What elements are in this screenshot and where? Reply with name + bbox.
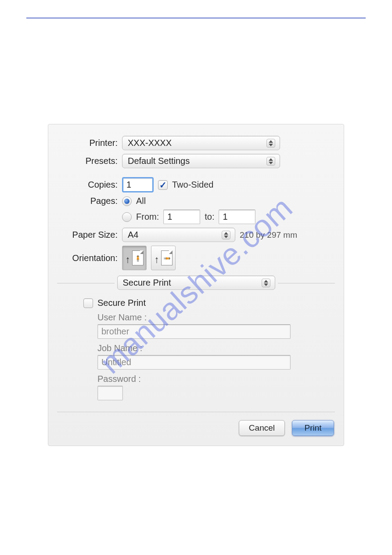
options-pane-select[interactable]: Secure Print <box>117 276 275 290</box>
orientation-landscape-button[interactable]: ↑ 🧍 <box>151 246 176 270</box>
select-stepper-icon <box>266 157 275 166</box>
options-pane-value: Secure Print <box>123 278 171 288</box>
page-portrait-icon: 🧍 <box>132 250 144 265</box>
pages-label: Pages: <box>57 196 122 206</box>
footer-separator <box>57 412 335 412</box>
select-stepper-icon <box>266 139 275 148</box>
select-stepper-icon <box>262 279 270 287</box>
pages-all-label: All <box>136 196 146 206</box>
print-dialog: manualshive.com Printer: XXX-XXXX Preset… <box>48 124 344 446</box>
pages-all-radio[interactable] <box>122 196 132 206</box>
arrow-up-icon: ↑ <box>155 254 159 265</box>
pages-to-input[interactable] <box>219 210 255 224</box>
pages-from-input[interactable] <box>163 210 200 224</box>
cancel-button[interactable]: Cancel <box>239 420 285 436</box>
printer-select[interactable]: XXX-XXXX <box>122 136 280 150</box>
secure-print-checkbox-label: Secure Print <box>97 298 146 308</box>
pages-to-label: to: <box>205 212 214 222</box>
select-stepper-icon <box>222 231 230 239</box>
secure-print-checkbox[interactable]: ✓ <box>83 298 93 308</box>
printer-label: Printer: <box>57 138 122 148</box>
pages-from-label: From: <box>136 212 159 222</box>
presets-select[interactable]: Default Settings <box>122 154 280 168</box>
password-input[interactable] <box>97 386 123 400</box>
two-sided-checkbox[interactable]: ✓ <box>158 180 168 190</box>
presets-label: Presets: <box>57 156 122 166</box>
separator-line <box>57 283 115 283</box>
copies-label: Copies: <box>57 180 122 190</box>
user-name-label: User Name : <box>97 312 326 323</box>
paper-size-select[interactable]: A4 <box>122 228 235 242</box>
job-name-input[interactable] <box>97 355 291 370</box>
arrow-up-icon: ↑ <box>126 254 130 265</box>
user-name-input[interactable] <box>97 324 291 339</box>
password-label: Password : <box>97 374 326 384</box>
separator-line <box>278 283 335 283</box>
print-button[interactable]: Print <box>292 420 334 436</box>
orientation-portrait-button[interactable]: ↑ 🧍 <box>122 246 147 270</box>
paper-size-value: A4 <box>128 230 138 240</box>
copies-input[interactable] <box>122 177 154 192</box>
printer-select-value: XXX-XXXX <box>128 138 172 148</box>
paper-size-dimensions: 210 by 297 mm <box>240 230 297 240</box>
pages-range-radio[interactable] <box>122 212 132 222</box>
page-top-rule <box>26 18 366 18</box>
two-sided-label: Two-Sided <box>172 180 214 190</box>
job-name-label: Job Name : <box>97 343 326 353</box>
orientation-label: Orientation: <box>57 253 122 263</box>
paper-size-label: Paper Size: <box>57 230 122 240</box>
presets-select-value: Default Settings <box>128 156 190 166</box>
page-landscape-icon: 🧍 <box>161 250 173 265</box>
